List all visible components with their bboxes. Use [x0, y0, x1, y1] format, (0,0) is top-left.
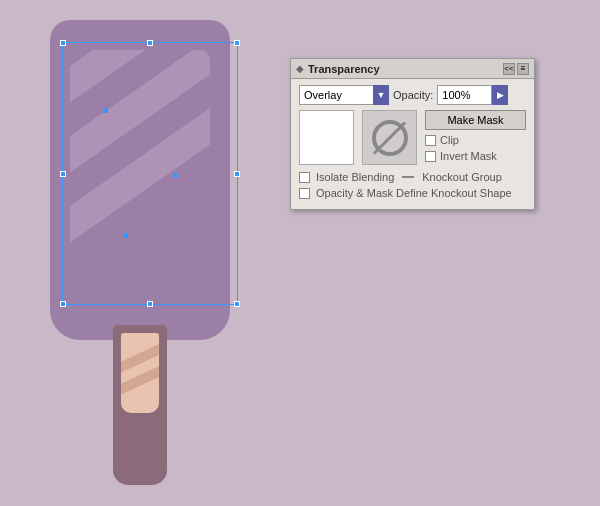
knockout-group-label: Knockout Group [422, 171, 502, 183]
isolate-knockout-row: Isolate Blending Knockout Group [299, 171, 526, 183]
blend-opacity-row: Overlay Normal Multiply Screen ▼ Opacity… [299, 85, 526, 105]
make-mask-button[interactable]: Make Mask [425, 110, 526, 130]
opacity-mask-label: Opacity & Mask Define Knockout Shape [316, 187, 512, 199]
opacity-label: Opacity: [393, 89, 433, 101]
handle-top-left[interactable] [60, 40, 66, 46]
popsicle-body [50, 20, 230, 340]
layer-thumbnail[interactable] [299, 110, 354, 165]
clip-row: Clip [425, 134, 526, 146]
separator [402, 176, 414, 178]
invert-mask-label: Invert Mask [440, 150, 497, 162]
isolate-blending-label: Isolate Blending [316, 171, 394, 183]
handle-bot-left[interactable] [60, 301, 66, 307]
collapse-btn[interactable]: << [503, 63, 515, 75]
opacity-input[interactable] [437, 85, 492, 105]
menu-btn[interactable]: ≡ [517, 63, 529, 75]
canvas-area: ◆ Transparency << ≡ Overlay Normal Multi… [0, 0, 600, 506]
handle-mid-right[interactable] [234, 171, 240, 177]
thumbnails-row: Make Mask Clip Invert Mask [299, 110, 526, 165]
panel-title: Transparency [308, 63, 380, 75]
isolate-blending-checkbox[interactable] [299, 172, 310, 183]
transparency-panel: ◆ Transparency << ≡ Overlay Normal Multi… [290, 58, 535, 210]
popsicle-illustration [40, 20, 260, 490]
blend-mode-wrapper: Overlay Normal Multiply Screen ▼ [299, 85, 389, 105]
opacity-arrow[interactable]: ▶ [492, 85, 508, 105]
handle-top-center[interactable] [147, 40, 153, 46]
handle-mid-left[interactable] [60, 171, 66, 177]
panel-title-left: ◆ Transparency [296, 63, 380, 75]
collapse-icon[interactable]: ◆ [296, 63, 304, 74]
no-mask-icon [372, 120, 408, 156]
invert-mask-row: Invert Mask [425, 150, 526, 162]
blend-mode-select[interactable]: Overlay Normal Multiply Screen [299, 85, 389, 105]
stripe-container [70, 50, 210, 320]
panel-body: Overlay Normal Multiply Screen ▼ Opacity… [291, 79, 534, 209]
handle-top-right[interactable] [234, 40, 240, 46]
popsicle-stick-inner [121, 333, 159, 413]
invert-mask-checkbox[interactable] [425, 151, 436, 162]
clip-checkbox[interactable] [425, 135, 436, 146]
make-mask-col: Make Mask Clip Invert Mask [425, 110, 526, 162]
popsicle-stick-outer [113, 325, 167, 485]
opacity-mask-checkbox[interactable] [299, 188, 310, 199]
handle-bot-right[interactable] [234, 301, 240, 307]
panel-titlebar: ◆ Transparency << ≡ [291, 59, 534, 79]
opacity-mask-row: Opacity & Mask Define Knockout Shape [299, 187, 526, 199]
clip-label: Clip [440, 134, 459, 146]
mask-thumbnail[interactable] [362, 110, 417, 165]
panel-controls: << ≡ [503, 63, 529, 75]
opacity-input-wrapper: ▶ [437, 85, 508, 105]
